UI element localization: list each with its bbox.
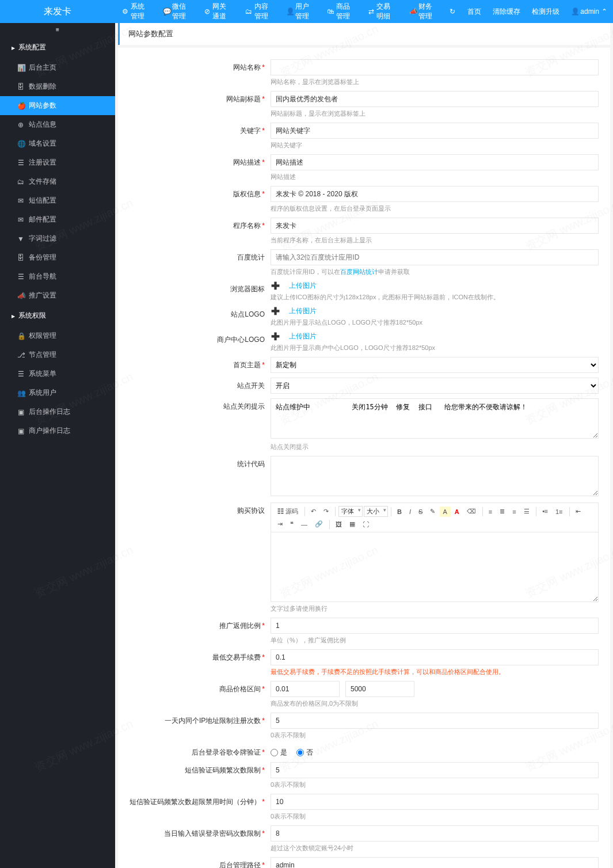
user-name: admin — [580, 7, 599, 16]
topnav-item-5[interactable]: 🛍商品管理 — [320, 0, 361, 23]
sidebar-item[interactable]: ✉邮件配置 — [0, 210, 115, 229]
topnav-item-4[interactable]: 👤用户管理 — [279, 0, 320, 23]
sidebar-item[interactable]: ☰前台导航 — [0, 267, 115, 286]
upload-favicon-button[interactable]: 上传图片 — [289, 281, 317, 291]
help-text: 此图片用于显示商户中心LOGO，LOGO尺寸推荐182*50px — [271, 344, 599, 352]
editor-redo-button[interactable]: ↷ — [321, 506, 332, 517]
nav-icon: 🛍 — [327, 7, 334, 16]
sidebar-item[interactable]: ▣后台操作日志 — [0, 402, 115, 421]
sidebar-item[interactable]: ▼字词过滤 — [0, 229, 115, 248]
sidebar-item[interactable]: ⊕站点信息 — [0, 115, 115, 134]
refresh-button[interactable]: ↻ — [443, 0, 462, 23]
topnav-item-2[interactable]: ⊘网关通道 — [197, 0, 238, 23]
min-fee-input[interactable] — [271, 649, 599, 665]
baidu-input[interactable] — [271, 249, 599, 265]
sms-limit-input[interactable] — [271, 762, 599, 778]
topnav-item-3[interactable]: 🗂内容管理 — [238, 0, 279, 23]
sidebar-item[interactable]: ⎇节点管理 — [0, 345, 115, 364]
sidebar-item[interactable]: 👥系统用户 — [0, 383, 115, 402]
sidebar-collapse-button[interactable]: ≡ — [0, 23, 115, 37]
sidebar-item[interactable]: ☰注册设置 — [0, 153, 115, 172]
sidebar-item[interactable]: 🌐域名设置 — [0, 134, 115, 153]
sidebar-item[interactable]: 🗄备份管理 — [0, 248, 115, 267]
editor-table-button[interactable]: ▦ — [347, 519, 359, 530]
user-menu[interactable]: 👤 admin ⌃ — [565, 0, 613, 23]
sidebar-icon: 📣 — [17, 292, 24, 300]
theme-select[interactable]: 新定制 — [271, 357, 599, 373]
sidebar-item[interactable]: 🔒权限管理 — [0, 326, 115, 345]
editor-link-button[interactable]: 🔗 — [312, 519, 326, 530]
editor-align-left-button[interactable]: ≡ — [486, 507, 496, 517]
sms-block-input[interactable] — [271, 794, 599, 810]
editor-clear-button[interactable]: ⌫ — [464, 506, 479, 517]
editor-quote-button[interactable]: ❝ — [287, 519, 297, 530]
editor-orderedlist-button[interactable]: 1≡ — [553, 507, 566, 517]
plus-icon[interactable]: ✚ — [271, 332, 280, 341]
close-tip-textarea[interactable]: 站点维护中 关闭15分钟 修复 接口 给您带来的不便敬请谅解！ — [271, 398, 599, 439]
topnav-item-7[interactable]: 📣财务管理 — [402, 0, 443, 23]
plus-icon[interactable]: ✚ — [271, 281, 280, 291]
site-name-input[interactable] — [271, 59, 599, 75]
pwd-limit-input[interactable] — [271, 825, 599, 842]
sidebar-item[interactable]: 🗂文件存储 — [0, 172, 115, 191]
google-auth-yes[interactable]: 是 — [271, 748, 287, 757]
editor-indent-button[interactable]: ⇥ — [275, 519, 286, 530]
sidebar-item[interactable]: ▣商户操作日志 — [0, 421, 115, 440]
form-card: 网站名称* 网站名称，显示在浏览器标签上 网站副标题* 网站副标题，显示在浏览器… — [118, 48, 610, 868]
app-name-input[interactable] — [271, 218, 599, 234]
description-input[interactable] — [271, 154, 599, 170]
nav-icon: 📣 — [409, 7, 416, 16]
topnav-item-0[interactable]: ⚙系统管理 — [115, 0, 156, 23]
clear-cache-link[interactable]: 清除缓存 — [487, 0, 526, 23]
site-switch-select[interactable]: 开启 — [271, 378, 599, 394]
editor-color-button[interactable]: ✎ — [427, 506, 439, 517]
brand-logo[interactable]: 来发卡 — [0, 6, 115, 18]
editor-strike-button[interactable]: S — [416, 507, 426, 517]
sub-title-input[interactable] — [271, 91, 599, 107]
home-link[interactable]: 首页 — [462, 0, 487, 23]
plus-icon[interactable]: ✚ — [271, 307, 280, 316]
editor-undo-button[interactable]: ↶ — [308, 506, 319, 517]
editor-source-button[interactable]: ☷ 源码 — [275, 505, 302, 517]
editor-size-select[interactable]: 大小 — [364, 506, 388, 517]
sidebar-item[interactable]: ☰系统菜单 — [0, 364, 115, 383]
sidebar-item[interactable]: 🍎网站参数 — [0, 96, 115, 115]
editor-fullscreen-button[interactable]: ⛶ — [360, 519, 372, 530]
copyright-input[interactable] — [271, 186, 599, 202]
editor-font-select[interactable]: 字体 — [338, 506, 363, 517]
editor-bgcolor-button[interactable]: A — [440, 507, 450, 517]
upload-merchant-logo-button[interactable]: 上传图片 — [289, 332, 317, 341]
editor-body[interactable] — [271, 532, 598, 601]
editor-align-right-button[interactable]: ≡ — [509, 507, 519, 517]
sidebar-item[interactable]: 🗄数据删除 — [0, 77, 115, 96]
editor-list-button[interactable]: ⦁≡ — [539, 506, 551, 517]
editor-outdent-button[interactable]: ⇤ — [573, 506, 584, 517]
price-min-input[interactable] — [271, 681, 340, 697]
nav-label: 财务管理 — [418, 2, 436, 21]
topnav-item-1[interactable]: 💬微信管理 — [156, 0, 197, 23]
sidebar-group-system[interactable]: ▸系统配置 — [0, 37, 115, 58]
editor-bold-button[interactable]: B — [394, 507, 405, 517]
topnav-item-6[interactable]: ⇄交易明细 — [361, 0, 402, 23]
sidebar-group-permission[interactable]: ▸系统权限 — [0, 305, 115, 326]
editor-align-center-button[interactable]: ≣ — [497, 506, 508, 517]
sidebar-item[interactable]: 📣推广设置 — [0, 286, 115, 305]
sidebar-item[interactable]: ✉短信配置 — [0, 191, 115, 210]
check-update-link[interactable]: 检测升级 — [526, 0, 565, 23]
price-max-input[interactable] — [345, 681, 414, 697]
admin-path-input[interactable] — [271, 857, 599, 868]
stats-code-textarea[interactable] — [271, 456, 599, 496]
sidebar-item[interactable]: 📊后台主页 — [0, 58, 115, 77]
upload-logo-button[interactable]: 上传图片 — [289, 306, 317, 316]
editor-hr-button[interactable]: — — [298, 519, 311, 530]
google-auth-no[interactable]: 否 — [296, 748, 313, 757]
promo-rate-input[interactable] — [271, 618, 599, 634]
editor-image-button[interactable]: 🖼 — [333, 519, 345, 530]
editor-align-justify-button[interactable]: ☰ — [521, 506, 533, 517]
editor-italic-button[interactable]: I — [406, 507, 414, 517]
keywords-input[interactable] — [271, 123, 599, 139]
sidebar-icon: ▣ — [17, 427, 24, 435]
editor-forecolor-button[interactable]: A — [452, 507, 463, 517]
baidu-stats-link[interactable]: 百度网站统计 — [340, 268, 378, 275]
ip-limit-input[interactable] — [271, 713, 599, 729]
